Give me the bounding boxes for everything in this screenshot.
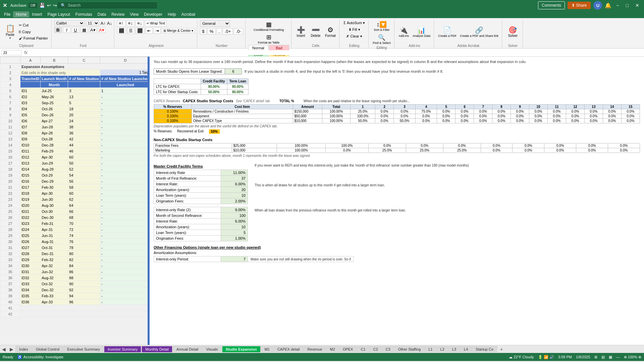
menu-developer[interactable]: Developer [141,11,165,17]
minimize-button[interactable]: − [614,2,621,9]
menu-review[interactable]: Review [109,11,127,17]
border-button[interactable]: ▦ [80,27,88,33]
cut-button[interactable]: ✂ Cut [17,22,49,28]
number-format-select[interactable]: General [200,20,230,27]
italic-button[interactable]: I [63,27,70,33]
tab-add-button[interactable]: + [497,346,505,353]
cell-d5[interactable]: 1 [100,88,148,94]
font-name-select[interactable]: Calibri [54,20,85,26]
sheet-view-normal[interactable]: ⊞ [594,355,597,359]
font-color-button[interactable]: A▾ [98,27,105,33]
tab-annual-detail[interactable]: Annual Detail [173,346,202,352]
create-pdf-share-button[interactable]: 🔗 Create a PDF and Share link [459,25,500,38]
paste-button[interactable]: 📋 Paste ▾ [3,23,17,40]
grid-wrapper[interactable]: A B C D E F G 1 Expansion Assumptions [0,57,148,345]
clear-button[interactable]: ✗ Clear ▾ [345,34,363,39]
cell-d2[interactable]: 1 Target Studios [100,70,148,76]
analyze-data-button[interactable]: 📊 Analyze Data [411,25,432,38]
ltc-other-cf[interactable]: 50.00% [201,89,227,95]
tab-m1[interactable]: M1 [261,346,273,352]
menu-home[interactable]: Home [13,11,29,17]
cell-b5[interactable]: Jul-25 [41,88,68,94]
tab-m2[interactable]: M2 [326,346,339,352]
cell-c3[interactable]: # of New Studios [68,76,100,82]
tab-c2[interactable]: C2 [370,346,382,352]
percent-button[interactable]: % [208,28,216,35]
delete-button[interactable]: ➖ Delete [309,25,322,38]
cell-c5[interactable]: 3 [68,88,100,94]
currency-button[interactable]: $ [200,28,206,35]
cell-a1[interactable]: Expansion Assumptions [20,64,148,70]
zoom-slider[interactable]: ⊕ 100% ⊕ [624,355,641,359]
col-header-a[interactable]: A [20,57,41,64]
solver-button[interactable]: 🎯 Solver [506,25,520,38]
col-header-b[interactable]: B [41,57,68,64]
name-box[interactable] [1,50,21,55]
tab-l4[interactable]: L4 [460,346,472,352]
tab-monthly-detail[interactable]: Monthly Detail [142,346,172,352]
menu-file[interactable]: File [1,11,13,17]
formula-input[interactable] [30,50,643,55]
dec-dec-button[interactable]: .0- [234,28,243,35]
cell-b3[interactable]: Launch Month [41,76,68,82]
menu-data[interactable]: Data [95,11,109,17]
align-left-button[interactable]: ⬛ [117,27,126,34]
bold-button[interactable]: B [54,27,62,33]
col-header-c[interactable]: C [68,57,100,64]
restore-button[interactable]: □ [624,2,631,9]
create-pdf-button[interactable]: 📄 Create a PDF [437,25,458,38]
notification-icon[interactable]: 🔔 [605,2,611,9]
find-select-button[interactable]: 🔍 Find & Select [371,33,392,45]
decrease-font-icon[interactable]: A↓ [107,21,112,26]
menu-view[interactable]: View [127,11,142,17]
close-button[interactable]: ✕ [633,2,641,9]
align-center-button[interactable]: ☰ [127,27,135,34]
format-painter-button[interactable]: 🖌 Format Painter [17,36,49,41]
tab-global-control[interactable]: Global Control [32,346,63,352]
menu-help[interactable]: Help [165,11,179,17]
month-value[interactable]: 6 [225,69,241,74]
comments-button[interactable]: Comments [538,1,565,9]
sheet-view-page[interactable]: ▦ [609,355,612,359]
copy-button[interactable]: ⎘ Copy [17,29,49,35]
ltc-other-tl[interactable]: 80.00% [227,89,248,95]
quick-save-icon[interactable]: 💾 [39,3,45,8]
tab-c3[interactable]: C3 [382,346,394,352]
align-right-bot-button[interactable]: ≡↓ [136,20,144,26]
tab-opex[interactable]: OPEX [339,346,357,352]
sheet-view-layout[interactable]: ▤ [601,355,605,359]
tab-revenue[interactable]: Revenue [304,346,326,352]
dec-inc-button[interactable]: .0+ [223,28,233,35]
conditional-formatting-button[interactable]: ▦ Conditional Formatting [252,20,285,32]
menu-formulas[interactable]: Formulas [73,11,95,17]
tab-nav-left[interactable]: ◀ [0,346,8,353]
share-button[interactable]: ⬆ Share [568,2,591,9]
sort-filter-button[interactable]: ↕🔽 Sort & Filter [372,20,391,32]
ltc-capex-cf[interactable]: 80.00% [201,84,227,89]
pct-value[interactable]: 50% [209,129,220,134]
increase-font-icon[interactable]: A↑ [101,21,106,26]
align-left-top-button[interactable]: ≡↑ [117,20,125,26]
comma-button[interactable]: ‚ [217,28,222,35]
undo-icon[interactable]: ↩ [47,3,51,8]
tab-l2[interactable]: L2 [437,346,448,352]
tab-l1[interactable]: L1 [425,346,436,352]
cell-d4[interactable]: Launched [100,82,148,88]
tab-visuals[interactable]: Visuals [202,346,221,352]
redo-icon[interactable]: ↪ [53,3,57,8]
tab-l3[interactable]: L3 [448,346,460,352]
cell-a5[interactable]: ID1 [20,88,41,94]
merge-center-button[interactable]: ⊞ Merge & Center ▾ [162,28,195,33]
tab-investor-summary[interactable]: Investor Summary [104,346,141,352]
tab-executive-summary[interactable]: Executive Summary [63,346,104,352]
align-right-button[interactable]: ⬛ [136,27,145,34]
indent-dec-button[interactable]: ⇤ [146,27,153,34]
tab-nav-right[interactable]: ▶ [8,346,15,353]
ltc-capex-tl[interactable]: 80.00% [227,84,248,89]
search-input[interactable] [68,3,152,8]
format-button[interactable]: ⚙ Format [324,25,337,38]
cell-a2[interactable]: Edit cells in this shade only. [20,70,100,76]
menu-page-layout[interactable]: Page Layout [45,11,72,17]
fill-color-button[interactable]: A▾ [89,27,97,33]
underline-button[interactable]: U [72,27,79,33]
